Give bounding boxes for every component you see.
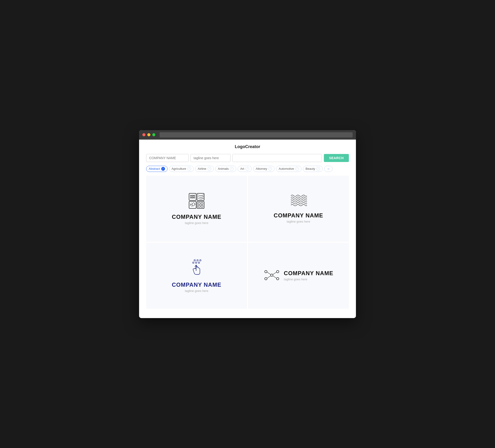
filter-label-art: Art [240, 167, 244, 170]
filter-check-beauty: ✓ [316, 167, 320, 171]
svg-point-23 [276, 270, 279, 273]
svg-point-18 [195, 262, 197, 263]
svg-rect-3 [197, 201, 204, 209]
logo1-tagline: tagline goes here [185, 221, 208, 225]
logo3-company-name: COMPANY NAME [172, 281, 221, 288]
svg-point-17 [192, 262, 194, 263]
minimize-button[interactable] [147, 133, 150, 136]
svg-line-28 [273, 276, 276, 278]
filter-check-animals: ✓ [230, 167, 234, 171]
search-button[interactable]: SEARCH [324, 154, 349, 162]
filter-bar: Abstract✓Agriculture✓Airline✓Animals✓Art… [146, 166, 349, 172]
filter-next-button[interactable]: → [324, 166, 333, 172]
logo2-company-name: COMPANY NAME [274, 212, 323, 219]
logo4-text-group: COMPANY NAME tagline goes here [284, 270, 333, 281]
filter-chip-automotive[interactable]: Automotive✓ [276, 166, 302, 172]
svg-line-25 [267, 272, 271, 274]
svg-line-26 [267, 276, 271, 278]
filter-label-agriculture: Agriculture [172, 167, 186, 170]
svg-point-6 [194, 195, 195, 196]
filter-chip-attorney[interactable]: Attorney✓ [253, 166, 275, 172]
svg-point-19 [198, 262, 200, 263]
filter-label-beauty: Beauty [305, 167, 315, 170]
logo-card-1[interactable]: COMPANY NAME tagline goes here [146, 176, 247, 242]
svg-point-21 [265, 270, 267, 273]
svg-point-14 [194, 260, 195, 261]
filter-chip-agriculture[interactable]: Agriculture✓ [169, 166, 194, 172]
logo3-tagline: tagline goes here [185, 289, 208, 293]
filter-chip-art[interactable]: Art✓ [238, 166, 252, 172]
svg-rect-13 [201, 205, 203, 207]
svg-point-20 [271, 274, 273, 276]
svg-point-24 [276, 278, 279, 280]
logo-card-2[interactable]: COMPANY NAME tagline goes here [248, 176, 349, 242]
logo2-tagline: tagline goes here [287, 220, 310, 223]
filter-chip-abstract[interactable]: Abstract✓ [146, 166, 168, 172]
logo-card-3[interactable]: COMPANY NAME tagline goes here [146, 243, 247, 309]
svg-line-27 [273, 272, 276, 274]
logo4-company-name: COMPANY NAME [284, 270, 333, 277]
close-button[interactable] [142, 133, 145, 136]
app-content: LogoCreator SEARCH Abstract✓Agriculture✓… [139, 140, 356, 318]
logo-grid: COMPANY NAME tagline goes here COMPANY N… [146, 176, 349, 309]
svg-point-5 [192, 195, 193, 196]
filter-check-airline: ✓ [207, 167, 211, 171]
address-bar[interactable] [160, 132, 353, 138]
svg-point-22 [265, 278, 267, 280]
svg-rect-11 [201, 203, 203, 204]
filter-label-abstract: Abstract [149, 167, 160, 170]
logo4-tagline: tagline goes here [284, 278, 307, 281]
filter-check-automotive: ✓ [295, 167, 299, 171]
filter-chip-airline[interactable]: Airline✓ [195, 166, 214, 172]
filter-check-agriculture: ✓ [187, 167, 191, 171]
filter-chip-animals[interactable]: Animals✓ [215, 166, 236, 172]
filter-chip-beauty[interactable]: Beauty✓ [303, 166, 322, 172]
browser-window: LogoCreator SEARCH Abstract✓Agriculture✓… [139, 130, 356, 318]
browser-titlebar [139, 130, 356, 140]
company-name-input[interactable] [146, 154, 189, 162]
network-icon [263, 267, 280, 283]
svg-rect-2 [189, 201, 196, 209]
hand-icon [187, 258, 206, 277]
keyword-input[interactable] [233, 154, 322, 162]
tagline-input[interactable] [191, 154, 231, 162]
filter-label-animals: Animals [218, 167, 229, 170]
filter-check-abstract: ✓ [161, 167, 165, 171]
filter-check-art: ✓ [245, 167, 249, 171]
logo-card-4[interactable]: COMPANY NAME tagline goes here [248, 243, 349, 309]
svg-point-7 [191, 197, 192, 198]
wave-pattern-icon [290, 194, 307, 208]
grid-pattern-icon [188, 192, 205, 209]
filter-label-airline: Airline [198, 167, 206, 170]
filter-label-automotive: Automotive [279, 167, 294, 170]
filter-check-attorney: ✓ [268, 167, 272, 171]
filter-label-attorney: Attorney [256, 167, 267, 170]
svg-point-16 [200, 260, 201, 261]
svg-point-4 [191, 195, 192, 196]
svg-rect-12 [198, 205, 200, 207]
svg-rect-10 [198, 203, 200, 204]
maximize-button[interactable] [152, 133, 155, 136]
search-bar: SEARCH [146, 154, 349, 162]
svg-point-9 [194, 197, 195, 198]
app-title: LogoCreator [146, 144, 349, 149]
logo1-company-name: COMPANY NAME [172, 214, 221, 220]
svg-point-8 [192, 197, 193, 198]
svg-point-15 [197, 260, 198, 261]
